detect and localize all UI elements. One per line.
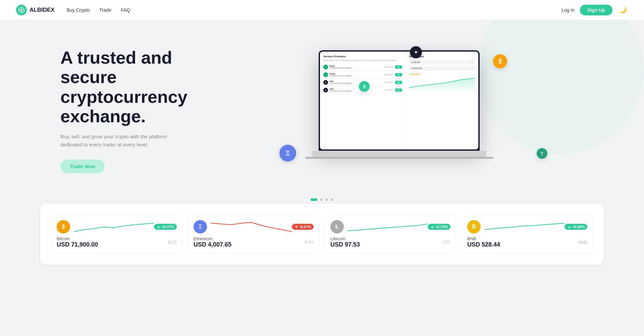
coin-price-litecoin: USD 97.53 xyxy=(330,241,360,248)
screen-input-amount: 3,000,000 ▼ xyxy=(409,60,475,65)
logo-icon xyxy=(16,5,27,15)
cards-grid: ₿ ▲ +0.37% Bitcoin USD 71,900.00 BTC xyxy=(51,214,593,254)
carousel-dot-3[interactable] xyxy=(325,198,328,201)
change-badge-litecoin: ▲ +2.73% xyxy=(428,224,450,230)
crypto-card-ethereum: Ξ ▼ -0.57% Ethereum USD 4,007.65 ETH xyxy=(188,214,319,254)
crypto-cards-section: ₿ ▲ +0.37% Bitcoin USD 71,900.00 BTC xyxy=(40,204,604,265)
screen-right-panel: Buy Crypto 3,000,000 ▼ 0.00207026 ▼ ● BT… xyxy=(406,52,478,149)
card-bottom-bitcoin: Bitcoin USD 71,900.00 BTC xyxy=(57,236,177,248)
hero-section: A trusted and secure cryptocurrency exch… xyxy=(0,20,644,194)
coin-price-bnb: USD 528.44 xyxy=(467,241,500,248)
laptop-foot xyxy=(305,157,493,159)
brand-name: ALBIDEX xyxy=(30,7,55,13)
card-top-bnb: B ▲ +0.60% xyxy=(467,220,587,233)
coin-symbol-litecoin: LTC xyxy=(442,240,450,245)
coin-price-bitcoin: USD 71,900.00 xyxy=(57,241,98,248)
laptop-screen-inner: Service Providers These quotes are for r… xyxy=(320,52,478,149)
coin-name-litecoin: Litecoin xyxy=(330,236,360,241)
hero-title: A trusted and secure cryptocurrency exch… xyxy=(60,48,221,126)
screen-input-crypto: 0.00207026 ▼ xyxy=(409,66,475,71)
coin-name-bnb: BNB xyxy=(467,236,500,241)
coin-name-bitcoin: Bitcoin xyxy=(57,236,98,241)
card-bottom-bnb: BNB USD 528.44 BNB xyxy=(467,236,587,248)
coin-price-ethereum: USD 4,007.65 xyxy=(194,241,231,248)
bitcoin-float-icon: ₿ xyxy=(493,54,507,68)
laptop-base xyxy=(312,151,486,157)
screen-row-2: S Stripe 1,496,403,614.97 USD/BTC 3,000,… xyxy=(323,71,402,79)
card-bottom-litecoin: Litecoin USD 97.53 LTC xyxy=(330,236,450,248)
screen-left-title: Service Providers xyxy=(323,55,402,58)
hero-text: A trusted and secure cryptocurrency exch… xyxy=(60,48,221,173)
screen-buy-btn-4[interactable]: Buy xyxy=(395,88,402,92)
crypto-card-bnb: B ▲ +0.60% BNB USD 528.44 BNB xyxy=(462,214,593,254)
nav-actions: Log In Sign Up 🌙 xyxy=(561,5,628,15)
card-top-ethereum: Ξ ▼ -0.57% xyxy=(194,220,314,233)
screen-row-1: S Stripe 1,496,403,614.97 USD/BTC 3,000,… xyxy=(323,63,402,71)
tether-float-icon: T xyxy=(537,148,547,159)
trade-now-button[interactable]: Trade Now xyxy=(60,159,105,173)
navbar: ALBIDEX Buy Crypto Trade FAQ Log In Sign… xyxy=(0,0,644,20)
nav-buy-crypto[interactable]: Buy Crypto xyxy=(67,7,90,13)
coin-icon-bnb: B xyxy=(467,220,481,233)
coin-name-ethereum: Ethereum xyxy=(194,236,231,241)
chart-label: ● BTCUSDT xyxy=(409,73,475,75)
signup-button[interactable]: Sign Up xyxy=(580,5,612,15)
darkmode-toggle[interactable]: 🌙 xyxy=(618,5,628,15)
carousel-dot-1[interactable] xyxy=(311,198,317,201)
screen-buy-btn-2[interactable]: Buy xyxy=(395,73,402,76)
screen-coin-x-1: ✕ xyxy=(323,80,328,85)
svg-marker-1 xyxy=(409,78,475,93)
screen-coin-stripe-1: S xyxy=(323,65,328,69)
coin-icon-litecoin: Ł xyxy=(330,220,344,233)
laptop-screen: Service Providers These quotes are for r… xyxy=(319,50,480,151)
carousel-dots xyxy=(0,198,644,201)
nav-trade[interactable]: Trade xyxy=(99,7,111,13)
login-button[interactable]: Log In xyxy=(561,7,575,13)
coin-symbol-ethereum: ETH xyxy=(305,240,314,245)
screen-left-panel: Service Providers These quotes are for r… xyxy=(320,52,406,149)
crypto-card-litecoin: Ł ▲ +2.73% Litecoin USD 97.53 LTC xyxy=(325,214,456,254)
ethereum-float-icon: Ξ xyxy=(279,145,296,161)
hero-visual: ₿ Ξ ✦ $ T Service Providers These quotes… xyxy=(221,44,584,178)
compass-float-icon: ✦ xyxy=(410,46,422,58)
hero-subtitle: Buy, sell, and grow your crypto with the… xyxy=(60,133,181,149)
change-badge-bnb: ▲ +0.60% xyxy=(565,224,587,230)
coin-symbol-bitcoin: BTC xyxy=(168,240,177,245)
card-top-bitcoin: ₿ ▲ +0.37% xyxy=(57,220,177,233)
screen-buy-btn-1[interactable]: Buy xyxy=(395,65,402,69)
mini-chart-bitcoin xyxy=(74,220,154,233)
coin-icon-ethereum: Ξ xyxy=(194,220,207,233)
screen-coin-stripe-2: S xyxy=(323,72,328,77)
nav-links: Buy Crypto Trade FAQ xyxy=(67,7,562,13)
screen-subtitle: These quotes are for reference only. Ple… xyxy=(323,59,402,61)
coin-icon-bitcoin: ₿ xyxy=(57,220,70,233)
screen-buy-btn-3[interactable]: Buy xyxy=(395,81,402,84)
screen-chart: ● BTCUSDT xyxy=(409,73,475,93)
mini-chart-litecoin xyxy=(348,220,428,233)
mini-chart-bnb xyxy=(485,220,565,233)
crypto-card-bitcoin: ₿ ▲ +0.37% Bitcoin USD 71,900.00 BTC xyxy=(51,214,182,254)
card-top-litecoin: Ł ▲ +2.73% xyxy=(330,220,450,233)
card-bottom-ethereum: Ethereum USD 4,007.65 ETH xyxy=(194,236,314,248)
carousel-dot-2[interactable] xyxy=(320,198,323,201)
screen-coin-x-2: ✕ xyxy=(323,88,328,92)
mini-chart-ethereum xyxy=(211,220,292,233)
laptop-mockup: Service Providers These quotes are for r… xyxy=(319,50,486,171)
nav-faq[interactable]: FAQ xyxy=(121,7,130,13)
change-badge-ethereum: ▼ -0.57% xyxy=(292,224,314,230)
coin-symbol-bnb: BNB xyxy=(578,240,587,245)
change-badge-bitcoin: ▲ +0.37% xyxy=(154,224,177,230)
carousel-dot-4[interactable] xyxy=(331,198,333,201)
brand-logo[interactable]: ALBIDEX xyxy=(16,5,55,15)
